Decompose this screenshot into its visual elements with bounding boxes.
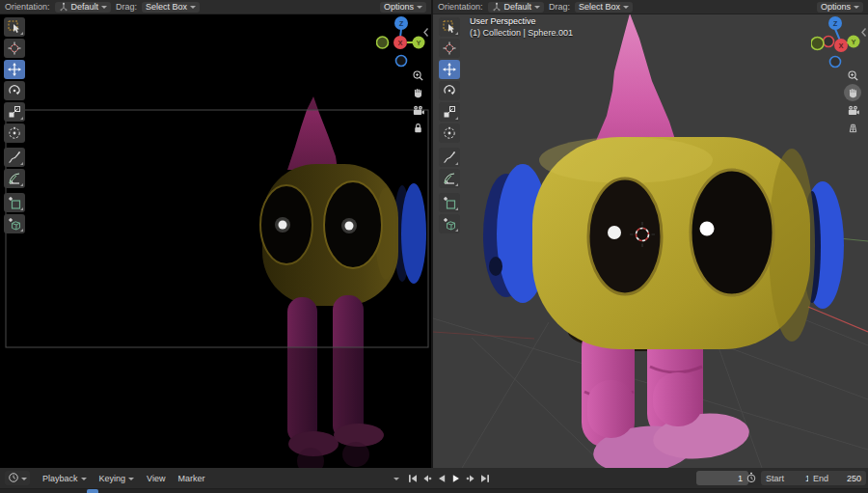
axes-icon: [59, 2, 68, 12]
timeline-track[interactable]: [0, 489, 868, 493]
head-shade: [769, 149, 815, 342]
svg-text:Z: Z: [833, 19, 838, 28]
play-reverse-button[interactable]: [435, 471, 448, 486]
chevron-down-icon: [128, 478, 134, 480]
tool-select-box[interactable]: [4, 17, 25, 37]
viewport-divider[interactable]: [431, 0, 433, 468]
tool-cursor[interactable]: [4, 39, 25, 58]
frame-end-field[interactable]: End 250: [808, 471, 866, 485]
rotate-icon: [443, 84, 456, 97]
viewport-header-left: Orientation: Default Drag: Select Box Op…: [0, 0, 431, 14]
playhead[interactable]: [87, 489, 98, 493]
tool-scale[interactable]: [439, 102, 460, 122]
viewport-header-right: Orientation: Default Drag: Select Box Op…: [433, 0, 868, 14]
play-reverse-icon: [436, 473, 448, 484]
tool-move[interactable]: [4, 60, 25, 79]
character-model[interactable]: [483, 14, 844, 468]
pan-icon: [847, 87, 859, 99]
orientation-label: Orientation:: [438, 2, 483, 12]
nav-toggle-camera-view-button[interactable]: [409, 101, 426, 119]
nav-pan-button[interactable]: [844, 84, 861, 101]
tool-annotate[interactable]: [4, 148, 25, 167]
menu-marker[interactable]: Marker: [177, 474, 204, 483]
menu-playback[interactable]: Playback: [42, 474, 87, 483]
start-label: Start: [766, 474, 784, 483]
tool-transform[interactable]: [4, 123, 25, 143]
tool-add-cube[interactable]: [439, 214, 460, 233]
nav-toggle-camera-view-button[interactable]: [844, 101, 861, 119]
nav-lock-camera-to-view-button[interactable]: [409, 119, 426, 136]
orientation-dropdown[interactable]: Default: [488, 2, 545, 13]
viewport-left-camera[interactable]: Orientation: Default Drag: Select Box Op…: [0, 0, 431, 468]
shin-right: [653, 372, 703, 426]
menu-view[interactable]: View: [147, 474, 165, 483]
chevron-down-icon: [101, 6, 107, 9]
orientation-dropdown[interactable]: Default: [55, 2, 112, 13]
tool-add-primitive[interactable]: [4, 193, 25, 212]
drag-dropdown[interactable]: Select Box: [575, 2, 633, 13]
add-cube-icon: [8, 217, 21, 231]
rotate-icon: [8, 84, 21, 97]
frame-start-field[interactable]: Start 1: [761, 471, 815, 485]
tool-add-primitive[interactable]: [439, 193, 460, 212]
orientation-gizmo[interactable]: ZXY: [811, 15, 863, 71]
chevron-down-icon: [623, 6, 629, 9]
chevron-left-icon: [422, 27, 429, 38]
scale-icon: [8, 105, 21, 119]
pan-icon: [412, 87, 424, 99]
orientation-gizmo[interactable]: ZXY: [376, 15, 428, 71]
3d-view-canvas-left[interactable]: [0, 14, 431, 468]
menu-label: Playback: [42, 474, 78, 483]
pupil-right: [700, 222, 715, 236]
viewport-right-perspective[interactable]: Orientation: Default Drag: Select Box Op…: [433, 0, 868, 468]
chevron-down-icon: [81, 478, 87, 480]
tool-add-cube[interactable]: [4, 214, 25, 233]
nav-pan-button[interactable]: [409, 84, 426, 101]
current-frame-field[interactable]: 1: [696, 471, 748, 485]
cursor-icon: [8, 41, 21, 55]
auto-keying-button[interactable]: [375, 471, 392, 486]
move-icon: [443, 63, 456, 76]
add-square-icon: [443, 196, 456, 209]
x-axis-line: [808, 307, 868, 332]
x-axis-line-far: [433, 332, 534, 339]
use-preview-range-button[interactable]: [744, 471, 759, 485]
svg-text:X: X: [838, 41, 843, 50]
transform-icon: [443, 126, 456, 140]
prev-keyframe-button[interactable]: [420, 471, 434, 486]
3d-view-canvas-right[interactable]: [433, 14, 868, 468]
sidebar-toggle[interactable]: [422, 25, 430, 39]
move-icon: [8, 63, 21, 76]
add-square-icon: [8, 196, 21, 209]
tool-measure[interactable]: [4, 169, 25, 188]
tool-move[interactable]: [439, 60, 460, 79]
next-keyframe-button[interactable]: [464, 471, 477, 486]
options-dropdown[interactable]: Options: [817, 2, 863, 13]
transform-icon: [8, 126, 21, 140]
playback-buttons: [406, 471, 492, 486]
options-label: Options: [384, 2, 414, 12]
jump-end-button[interactable]: [478, 471, 492, 486]
tool-annotate[interactable]: [439, 148, 460, 167]
drag-dropdown[interactable]: Select Box: [142, 2, 200, 13]
tool-cursor[interactable]: [439, 39, 460, 58]
menu-keying[interactable]: Keying: [99, 474, 135, 483]
sidebar-toggle[interactable]: [860, 25, 868, 39]
chevron-down-icon[interactable]: [393, 478, 399, 480]
tool-rotate[interactable]: [4, 81, 25, 100]
options-dropdown[interactable]: Options: [380, 2, 426, 13]
tool-measure[interactable]: [439, 169, 460, 188]
tool-transform[interactable]: [439, 123, 460, 143]
play-button[interactable]: [449, 471, 463, 486]
jump-start-icon: [407, 473, 419, 484]
orientation-value: Default: [504, 2, 532, 12]
tool-scale[interactable]: [4, 102, 25, 122]
eye-left: [588, 178, 662, 294]
tool-select-box[interactable]: [439, 17, 460, 37]
tool-rotate[interactable]: [439, 81, 460, 100]
nav-toggle-orthographic-button[interactable]: [844, 119, 861, 136]
editor-type-dropdown[interactable]: [5, 471, 30, 485]
drag-value: Select Box: [146, 2, 187, 12]
axes-icon: [492, 2, 502, 12]
jump-start-button[interactable]: [406, 471, 420, 486]
